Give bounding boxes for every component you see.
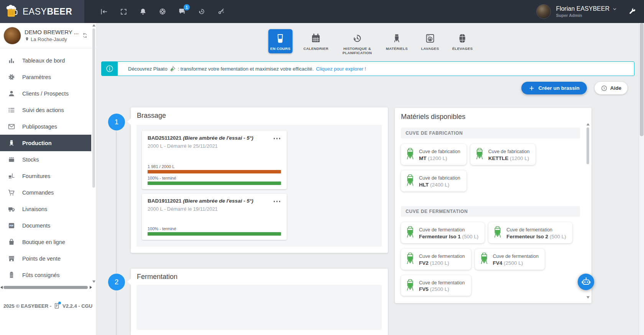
equipment-card-fermenteur-iso-2[interactable]: Cuve de fermentation Fermenteur Iso 2 (5… <box>488 222 572 243</box>
refresh-icon[interactable] <box>82 32 88 39</box>
tank-icon <box>405 279 415 292</box>
scroll-thumb[interactable] <box>640 23 644 136</box>
sidebar-item-label: Livraisons <box>22 206 47 212</box>
user-menu[interactable]: Florian EASYBEER Super Admin <box>556 5 617 18</box>
sidebar-item-fournitures[interactable]: Fournitures <box>0 168 91 184</box>
scroll-thumb[interactable] <box>92 28 95 188</box>
sidebar-item-commandes[interactable]: Commandes <box>0 184 91 201</box>
fermentation-title: Fermentation <box>131 269 388 284</box>
scroll-thumb[interactable] <box>3 286 88 289</box>
tank-icon <box>475 148 485 161</box>
step-2-badge: 2 <box>108 274 125 290</box>
brewery-location: La Roche-Jaudy <box>31 36 67 42</box>
equipment-card-kettle[interactable]: Cuve de fabrication KETTLE (1200 L) <box>470 144 536 165</box>
version-link[interactable]: V2.2.4 - CGU <box>62 303 92 309</box>
sidebar-nav: Tableaux de bord Paramètres Clients / Pr… <box>0 52 91 283</box>
tank-icon <box>405 148 415 161</box>
create-brew-button[interactable]: Créer un brassin <box>521 82 586 94</box>
calendar-icon <box>310 33 321 44</box>
key-icon[interactable] <box>217 7 225 16</box>
completion-progress-bar <box>148 182 281 185</box>
tab-materiels[interactable]: MATÉRIELS <box>384 29 410 53</box>
main-content: EN COURS CALENDRIER HISTORIQUE & PLANIFI… <box>96 23 639 335</box>
assistant-chatbot-button[interactable] <box>578 274 594 290</box>
sidebar-item-production[interactable]: Production <box>0 135 91 151</box>
scroll-down-arrow[interactable] <box>586 296 590 299</box>
brew-title: BAD25112021 (Biere ambrée de l'essai - 5… <box>148 135 253 142</box>
plaato-info-banner[interactable]: Découvrez Plaato : transformez votre fer… <box>101 61 634 76</box>
scroll-up-arrow[interactable] <box>586 123 590 125</box>
banner-explore-link[interactable]: Cliquez pour explorer ! <box>316 66 366 72</box>
group-header-fermentation: CUVE DE FERMENTATION <box>401 206 580 217</box>
tab-calendrier[interactable]: CALENDRIER <box>302 29 330 53</box>
equipment-card-fv2[interactable]: Cuve de fermentation FV2 (1200 L) <box>401 249 471 270</box>
tank-icon <box>405 226 415 239</box>
materials-title: Matériels disponibles <box>395 108 591 124</box>
tab-lavages[interactable]: LAVAGES <box>419 29 441 53</box>
brew-card-bad19112021[interactable]: BAD19112021 (Biere ambrée de l'essai - 5… <box>142 194 287 240</box>
app-logo[interactable]: EASYBEER <box>0 0 84 23</box>
changelog-icon[interactable] <box>54 302 60 309</box>
sidebar-item-tableaux-de-bord[interactable]: Tableaux de bord <box>0 52 91 69</box>
bell-icon[interactable] <box>139 7 147 16</box>
brew-title: BAD19112021 (Biere ambrée de l'essai - 5… <box>148 198 253 205</box>
sidebar-horizontal-scrollbar[interactable] <box>0 285 96 290</box>
sidebar-item-livraisons[interactable]: Livraisons <box>0 201 91 217</box>
wrench-icon[interactable] <box>628 8 636 16</box>
sidebar-item-publipostages[interactable]: Publipostages <box>0 118 91 135</box>
top-bar: EASYBEER 1 Florian EASYBEER <box>0 0 644 23</box>
scroll-right-arrow[interactable] <box>90 286 92 289</box>
equipment-card-hlt[interactable]: Cuve de fabrication HLT (2400 L) <box>401 170 467 191</box>
equipment-card-fv5[interactable]: Cuve de fermentation FV5 (2500 L) <box>401 275 471 296</box>
brewery-selector[interactable]: DEMO BREWERY ... La Roche-Jaudy <box>0 23 96 48</box>
storefront-icon <box>7 254 15 262</box>
beer-mug-icon <box>5 4 19 19</box>
history-icon[interactable] <box>197 7 206 16</box>
help-button[interactable]: ? Aide <box>595 82 628 94</box>
fermentation-card-list <box>136 285 382 330</box>
chat-icon[interactable]: 1 <box>178 7 186 16</box>
fermenter-icon <box>7 139 15 147</box>
tab-historique-planification[interactable]: HISTORIQUE & PLANIFICATION <box>340 29 375 58</box>
info-icon <box>102 62 118 76</box>
sidebar-item-label: Commandes <box>22 190 54 196</box>
scroll-down-arrow[interactable] <box>92 281 95 283</box>
fullscreen-icon[interactable] <box>119 7 128 16</box>
user-avatar[interactable] <box>536 4 551 19</box>
sidebar-vertical-scrollbar[interactable] <box>92 23 95 284</box>
scroll-thumb[interactable] <box>586 127 589 164</box>
scroll-up-arrow[interactable] <box>92 24 95 26</box>
materials-scrollbar[interactable] <box>586 122 590 299</box>
sidebar-item-label: Documents <box>22 223 50 229</box>
tab-elevages[interactable]: ÉLEVAGES <box>450 29 475 53</box>
more-menu-icon[interactable] <box>273 198 281 205</box>
sidebar-item-futs-consignes[interactable]: Fûts consignés <box>0 267 91 283</box>
scroll-left-arrow[interactable] <box>0 286 3 289</box>
page-scrollbar[interactable] <box>639 23 644 335</box>
forklift-icon <box>7 172 15 180</box>
brew-card-bad25112021[interactable]: BAD25112021 (Biere ambrée de l'essai - 5… <box>142 131 287 189</box>
sidebar-item-stocks[interactable]: Stocks <box>0 151 91 168</box>
status-label: 100% - terminé <box>148 226 281 231</box>
status-label: 100% - terminé <box>148 176 281 180</box>
sidebar-item-suivi-des-actions[interactable]: Suivi des actions <box>0 102 91 118</box>
cart-icon <box>7 188 15 196</box>
completion-progress-bar <box>148 232 281 236</box>
sidebar-item-points-de-vente[interactable]: Points de vente <box>0 250 91 267</box>
equipment-card-fermenteur-iso-1[interactable]: Cuve de fermentation Fermenteur Iso 1 (5… <box>401 222 485 243</box>
sidebar-footer: 2025 © EASYBEER - V2.2.4 - CGU <box>0 302 96 309</box>
equipment-card-fv4[interactable]: Cuve de fermentation FV4 (2500 L) <box>475 249 545 270</box>
collapse-sidebar-icon[interactable] <box>100 7 108 16</box>
tab-en-cours[interactable]: EN COURS <box>268 29 292 53</box>
sidebar-item-parametres[interactable]: Paramètres <box>0 69 91 85</box>
location-pin-icon <box>25 37 30 42</box>
equipment-card-mt[interactable]: Cuve de fabrication MT (1200 L) <box>401 144 467 165</box>
lifebuoy-icon[interactable] <box>158 7 167 16</box>
panel-notch <box>127 279 131 285</box>
sidebar-item-clients-prospects[interactable]: Clients / Prospects <box>0 85 91 102</box>
sidebar-item-label: Boutique en ligne <box>22 239 65 245</box>
brassage-card-list: BAD25112021 (Biere ambrée de l'essai - 5… <box>136 125 382 247</box>
sidebar-item-boutique-en-ligne[interactable]: Boutique en ligne <box>0 234 91 250</box>
sidebar-item-documents[interactable]: PDF Documents <box>0 217 91 234</box>
more-menu-icon[interactable] <box>273 135 281 142</box>
